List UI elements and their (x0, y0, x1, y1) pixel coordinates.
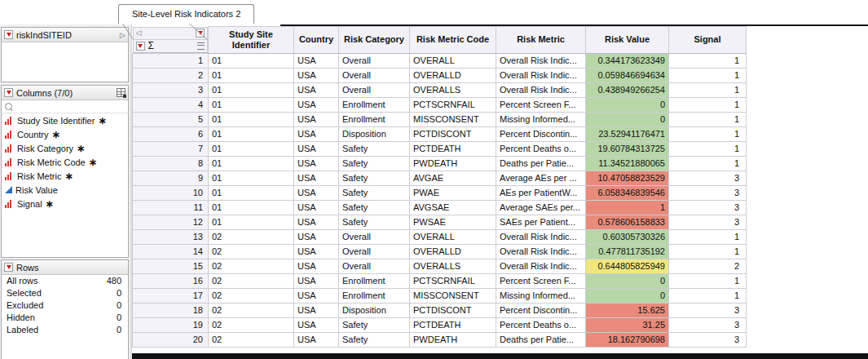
cell-signal[interactable]: 3 (669, 200, 747, 215)
red-triangle-menu-icon[interactable] (4, 263, 13, 272)
cell-risk-value[interactable]: 1 (586, 200, 669, 215)
cell-risk-value[interactable]: 19.60784313725 (586, 141, 669, 156)
cell-study-site[interactable]: 02 (209, 332, 294, 347)
cell-risk-metric[interactable]: Overall Risk Indic... (496, 244, 586, 259)
rows-stat[interactable]: All rows480 (2, 275, 128, 287)
row-number[interactable]: 10 (133, 185, 209, 200)
cell-country[interactable]: USA (294, 273, 339, 288)
cell-signal[interactable]: 1 (669, 288, 747, 303)
cell-country[interactable]: USA (294, 82, 339, 97)
cell-signal[interactable]: 3 (669, 317, 747, 332)
cell-risk-category[interactable]: Disposition (339, 303, 410, 317)
cell-risk-metric-code[interactable]: OVERALLS (410, 259, 496, 273)
column-item[interactable]: Risk Category∗ (2, 141, 128, 155)
row-number[interactable]: 5 (133, 112, 209, 126)
cell-risk-value[interactable]: 6.058346839546 (586, 185, 669, 200)
cell-risk-category[interactable]: Enrollment (339, 273, 410, 288)
cell-study-site[interactable]: 01 (209, 200, 294, 215)
cell-risk-value[interactable]: 0 (586, 112, 669, 126)
cell-country[interactable]: USA (294, 126, 339, 141)
cell-risk-metric[interactable]: Percent Discontin... (496, 303, 586, 317)
row-number[interactable]: 11 (133, 200, 209, 215)
cell-risk-category[interactable]: Overall (339, 82, 410, 97)
row-number[interactable]: 15 (133, 259, 209, 273)
cell-risk-metric[interactable]: Overall Risk Indic... (496, 229, 586, 244)
column-item[interactable]: Risk Metric Code∗ (2, 155, 128, 169)
cell-study-site[interactable]: 01 (209, 215, 294, 229)
cell-risk-metric-code[interactable]: PCTDEATH (410, 317, 496, 332)
column-item[interactable]: Signal∗ (2, 197, 128, 211)
cell-risk-metric-code[interactable]: PWDEATH (410, 332, 496, 347)
cell-study-site[interactable]: 02 (209, 317, 294, 332)
cell-study-site[interactable]: 01 (209, 82, 294, 97)
cell-country[interactable]: USA (294, 215, 339, 229)
cell-risk-metric-code[interactable]: PCTSCRNFAIL (410, 273, 496, 288)
row-list-icon[interactable] (197, 42, 205, 50)
column-item[interactable]: Risk Value (2, 183, 128, 197)
cell-risk-category[interactable]: Overall (339, 229, 410, 244)
cell-risk-metric[interactable]: Overall Risk Indic... (496, 82, 586, 97)
cell-signal[interactable]: 3 (669, 332, 747, 347)
cell-signal[interactable]: 1 (669, 273, 747, 288)
row-number[interactable]: 19 (133, 317, 209, 332)
cell-risk-metric[interactable]: Percent Discontin... (496, 126, 586, 141)
cell-risk-metric[interactable]: Percent Deaths o... (496, 317, 586, 332)
row-number[interactable]: 17 (133, 288, 209, 303)
cell-country[interactable]: USA (294, 141, 339, 156)
cell-country[interactable]: USA (294, 97, 339, 112)
cell-risk-value[interactable]: 31.25 (586, 317, 669, 332)
row-number[interactable]: 4 (133, 97, 209, 112)
cell-study-site[interactable]: 01 (209, 53, 294, 68)
column-header[interactable]: Risk Metric (496, 27, 586, 54)
cell-country[interactable]: USA (294, 185, 339, 200)
cell-risk-value[interactable]: 0.344173623349 (586, 53, 669, 68)
cell-study-site[interactable]: 02 (209, 259, 294, 273)
cell-risk-metric-code[interactable]: MISSCONSENT (410, 112, 496, 126)
column-header[interactable]: Signal (669, 27, 747, 54)
cell-risk-metric[interactable]: Overall Risk Indic... (496, 68, 586, 82)
column-header[interactable]: Risk Metric Code (410, 27, 496, 54)
cell-risk-value[interactable]: 0.644805825949 (586, 259, 669, 273)
row-number[interactable]: 8 (133, 156, 209, 171)
cell-country[interactable]: USA (294, 200, 339, 215)
cell-risk-value[interactable]: 0.477811735192 (586, 244, 669, 259)
cell-signal[interactable]: 1 (669, 156, 747, 171)
cell-signal[interactable]: 1 (669, 112, 747, 126)
cell-risk-metric-code[interactable]: PCTSCRNFAIL (410, 97, 496, 112)
cell-study-site[interactable]: 01 (209, 185, 294, 200)
cell-risk-value[interactable]: 0.578606158833 (586, 215, 669, 229)
cell-signal[interactable]: 3 (669, 215, 747, 229)
cell-risk-metric[interactable]: Overall Risk Indic... (496, 259, 586, 273)
cell-risk-category[interactable]: Safety (339, 171, 410, 185)
row-number[interactable]: 18 (133, 303, 209, 317)
row-number[interactable]: 7 (133, 141, 209, 156)
cell-risk-metric-code[interactable]: MISSCONSENT (410, 288, 496, 303)
cell-country[interactable]: USA (294, 303, 339, 317)
cell-risk-category[interactable]: Safety (339, 215, 410, 229)
cell-risk-value[interactable]: 0 (586, 97, 669, 112)
row-number[interactable]: 2 (133, 68, 209, 82)
cell-risk-value[interactable]: 0.438949266254 (586, 82, 669, 97)
columns-manager-icon[interactable] (117, 88, 126, 97)
cell-risk-metric-code[interactable]: PCTDISCONT (410, 303, 496, 317)
sigma-icon[interactable]: Σ (148, 41, 154, 51)
cell-study-site[interactable]: 01 (209, 126, 294, 141)
cell-risk-value[interactable]: 0.60305730326 (586, 229, 669, 244)
cell-study-site[interactable]: 02 (209, 303, 294, 317)
cell-risk-metric-code[interactable]: PCTDEATH (410, 141, 496, 156)
cell-risk-category[interactable]: Safety (339, 185, 410, 200)
cell-risk-metric-code[interactable]: PCTDISCONT (410, 126, 496, 141)
cell-risk-category[interactable]: Overall (339, 259, 410, 273)
cell-risk-value[interactable]: 15.625 (586, 303, 669, 317)
cell-study-site[interactable]: 01 (209, 68, 294, 82)
column-header[interactable]: Country (294, 27, 339, 54)
cell-risk-metric[interactable]: Average AEs per ... (496, 171, 586, 185)
column-item[interactable]: Risk Metric∗ (2, 169, 128, 183)
row-number[interactable]: 3 (133, 82, 209, 97)
column-item[interactable]: Country∗ (2, 127, 128, 141)
cell-risk-value[interactable]: 0 (586, 273, 669, 288)
cell-risk-metric-code[interactable]: OVERALLD (410, 68, 496, 82)
table-tab[interactable]: Site-Level Risk Indicators 2 (118, 4, 254, 24)
row-number[interactable]: 13 (133, 229, 209, 244)
cell-signal[interactable]: 1 (669, 229, 747, 244)
